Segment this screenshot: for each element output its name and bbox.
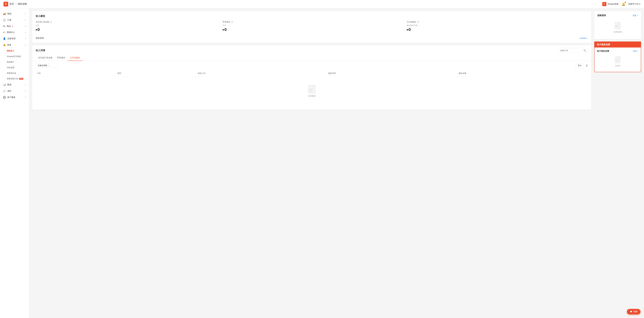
payout-period-dropdown[interactable]: 无拨款周期 ∨	[36, 63, 59, 68]
header-right: S Shopee卖家 🔔 卖家学习中心	[602, 2, 640, 6]
svg-rect-11	[616, 60, 618, 60]
report-title: 进账报表	[597, 14, 606, 17]
tab-completed[interactable]: 已完成拨款	[68, 55, 82, 61]
svg-rect-2	[310, 90, 312, 90]
main-content: 收入概览 未完成订单金额 ? 总共 ₱ 0	[29, 8, 644, 318]
header-left: S 首页 > 我的进账	[4, 2, 27, 7]
payment-channel: 收款渠道 Lianlian ›	[36, 34, 588, 40]
bell-icon[interactable]: 🔔	[622, 2, 625, 6]
seller-logo: S	[602, 2, 606, 6]
products-dot	[12, 26, 13, 27]
sidebar-sub-payment-account[interactable]: 收款账户	[0, 59, 29, 65]
tab-upcoming[interactable]: 即将拨款	[55, 55, 68, 61]
details-header: 收入详情 🔍	[32, 45, 591, 53]
sidebar-sub-seller-loan[interactable]: 卖家借贷计划 New	[0, 76, 29, 82]
report-header: 进账报表 更多 >	[597, 14, 638, 17]
payment-channel-label: 收款渠道	[36, 37, 44, 40]
sidebar-sub-seller-guarantee[interactable]: 卖家保证金	[0, 70, 29, 76]
incomplete-currency: ₱	[36, 29, 37, 32]
income-details-card: 收入详情 🔍 未完成订单金额 即将拨款 已完成拨款 无拨款周期 ∨	[32, 45, 591, 110]
completed-value: 0	[408, 27, 411, 32]
tab-incomplete[interactable]: 未完成订单金额	[36, 55, 55, 61]
breadcrumb: 首页 > 我的进账	[9, 3, 27, 6]
details-title: 收入详情	[36, 49, 45, 52]
upcoming-amount: ₱ 0	[222, 27, 400, 32]
learning-center-link[interactable]: 卖家学习中心	[628, 3, 640, 6]
sidebar-item-finance[interactable]: 💰 财务 ∧	[0, 42, 29, 48]
search-input[interactable]	[560, 49, 582, 52]
upcoming-currency: ₱	[222, 29, 224, 32]
orders-icon: 📋	[3, 19, 6, 21]
logistics-chevron: ∨	[25, 13, 26, 15]
tax-content: 电子税务发票 更多 > 无	[594, 48, 641, 72]
sidebar-marketing-label: 营销中心	[7, 31, 15, 34]
export-button[interactable]: 导出	[575, 63, 584, 68]
svg-rect-10	[616, 59, 618, 60]
income-table: 订单 类型 收款人ID 拨款时间 拨款金额	[36, 70, 588, 77]
report-empty-text: 无进账报表	[613, 31, 622, 33]
seller-info: S Shopee卖家	[602, 2, 619, 6]
sidebar-item-buyer[interactable]: 👤 买家管理 ∨	[0, 36, 29, 42]
tax-empty-text: 无发票	[615, 65, 620, 67]
tax-more-link[interactable]: 更多 >	[633, 50, 638, 53]
empty-state: 没有数据	[36, 77, 588, 106]
upcoming-help[interactable]: ?	[231, 21, 233, 23]
finance-icon: 💰	[3, 44, 6, 46]
lianlian-link[interactable]: Lianlian ›	[580, 37, 588, 39]
empty-text: 没有数据	[308, 95, 316, 97]
shopee-logo: S	[4, 2, 8, 7]
completed-help[interactable]: ?	[417, 21, 419, 23]
payment-account-label: 收款账户	[7, 61, 14, 63]
center-area: 收入概览 未完成订单金额 ? 总共 ₱ 0	[32, 11, 591, 315]
incomplete-amount: ₱ 0	[36, 27, 216, 32]
finance-chevron: ∧	[25, 44, 26, 46]
search-box[interactable]: 🔍	[558, 48, 588, 53]
sidebar-item-logistics[interactable]: 🚚 物流 ∨	[0, 11, 29, 17]
sidebar-item-orders[interactable]: 📋 订单 ∨	[0, 17, 29, 23]
seller-name: Shopee卖家	[608, 3, 619, 6]
col-payout-time: 拨款时间	[327, 70, 458, 77]
sidebar-sub-my-income[interactable]: 我的收入	[0, 48, 29, 54]
report-card: 进账报表 更多 > 无进账报表	[594, 11, 641, 39]
completed-amount: ₱ 0	[407, 27, 585, 32]
sidebar-item-customer[interactable]: 🎧 客户服务 ∨	[0, 94, 29, 100]
tax-invoice-card: 电子税务发票 电子税务发票 更多 >	[594, 42, 641, 72]
sidebar-item-data[interactable]: 📊 数据 ∨	[0, 82, 29, 88]
svg-rect-5	[615, 22, 620, 29]
col-order: 订单	[36, 70, 116, 77]
completed-label: 已完成拨款	[407, 21, 416, 23]
products-icon: 🛍	[3, 25, 5, 28]
svg-rect-0	[308, 85, 315, 93]
sidebar-item-products[interactable]: 🛍 商品 ∨	[0, 23, 29, 29]
bell-badge	[625, 2, 626, 3]
sidebar-item-growth[interactable]: 📈 成长 ∨	[0, 88, 29, 94]
incomplete-help[interactable]: ?	[50, 21, 52, 23]
report-more-link[interactable]: 更多 >	[633, 14, 638, 17]
completed-currency: ₱	[407, 29, 408, 32]
payment-settings-label: 付款设置	[7, 66, 14, 69]
growth-icon: 📈	[3, 90, 6, 92]
sidebar-buyer-label: 买家管理	[7, 37, 16, 40]
report-doc-icon	[615, 22, 620, 30]
svg-rect-1	[310, 89, 313, 89]
income-overview-card: 收入概览 未完成订单金额 ? 总共 ₱ 0	[32, 11, 591, 43]
filter-right: 导出 ☰	[575, 63, 588, 68]
overview-upcoming: 即将拨款 ? 总共 ₱ 0	[220, 21, 404, 32]
sidebar-growth-label: 成长	[7, 90, 12, 92]
sidebar: 🚚 物流 ∨ 📋 订单 ∨ 🛍 商品 ∨ 🏷 营销中心	[0, 8, 29, 318]
incomplete-label: 未完成订单金额	[36, 21, 49, 23]
sidebar-item-marketing[interactable]: 🏷 营销中心 ∨	[0, 29, 29, 36]
column-settings-icon[interactable]: ☰	[586, 64, 588, 67]
dropdown-arrow: ∨	[48, 65, 50, 67]
overview-title: 收入概览	[36, 15, 588, 18]
chat-button[interactable]: 💬 聊聊	[627, 309, 640, 314]
finance-submenu: 我的收入 Shopee官方钱包 收款账户 付款设置 卖家保证金 卖家借贷计划 N…	[0, 48, 29, 82]
col-receiver-id: 收款人ID	[197, 70, 327, 77]
marketing-chevron: ∨	[25, 31, 26, 33]
sidebar-sub-shopee-wallet[interactable]: Shopee官方钱包	[0, 54, 29, 59]
filter-row: 无拨款周期 ∨ 导出 ☰	[32, 61, 591, 70]
chat-label: 聊聊	[634, 310, 638, 313]
svg-rect-7	[616, 26, 618, 26]
breadcrumb-home[interactable]: 首页	[9, 3, 14, 6]
sidebar-sub-payment-settings[interactable]: 付款设置	[0, 65, 29, 70]
